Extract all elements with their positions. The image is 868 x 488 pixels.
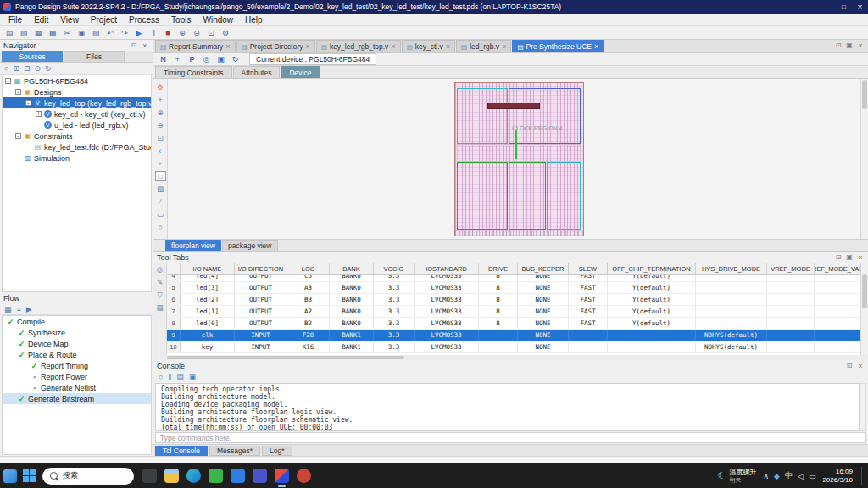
io-table-row[interactable]: 7 led[1] OUTPUT A2 BANK0 3.3 LVCMOS33 8 … <box>167 306 860 318</box>
menu-item[interactable]: Edit <box>28 15 54 25</box>
cut-icon[interactable]: ✂ <box>61 27 73 38</box>
zoom-out-icon[interactable]: ⊖ <box>191 27 203 38</box>
open-project-icon[interactable]: ▧ <box>18 27 30 38</box>
taskbar-search[interactable]: 搜索 <box>42 468 134 485</box>
app-icon-red[interactable] <box>297 469 311 483</box>
zoom-out-icon[interactable]: ⊖ <box>155 120 166 130</box>
tray-app-icon[interactable]: ◆ <box>774 472 780 480</box>
filter-icon[interactable]: ▽ <box>157 291 163 299</box>
console-scrollbar[interactable] <box>860 383 866 431</box>
tree-item-device[interactable]: - ▦ PGL50H-6FBG484 <box>3 75 151 86</box>
tab-sources[interactable]: Sources <box>2 51 63 62</box>
float-panel-icon[interactable] <box>130 42 138 50</box>
column-header[interactable]: IOSTANDARD <box>415 263 479 274</box>
column-header[interactable]: DRIVE <box>479 263 518 274</box>
tab-timing-constraints[interactable]: Timing Constraints <box>155 66 232 78</box>
tab-files[interactable]: Files <box>64 51 125 62</box>
copy-icon[interactable]: ▣ <box>75 27 87 38</box>
export-icon[interactable]: ▤ <box>176 373 184 381</box>
float-panel-icon[interactable] <box>834 253 843 262</box>
search-tool-icon[interactable]: ○ <box>155 222 166 232</box>
menu-item[interactable]: Window <box>197 15 239 25</box>
minimize-button[interactable] <box>820 0 836 14</box>
column-header[interactable]: VCCIO <box>374 263 415 274</box>
edit-icon[interactable]: ✎ <box>157 278 163 286</box>
save-view-icon[interactable]: ▣ <box>215 53 226 64</box>
tree-item-u-led[interactable]: V u_led - led (led_rgb.v) <box>3 119 151 130</box>
close-panel-icon[interactable] <box>856 362 865 370</box>
next-view-icon[interactable]: › <box>155 158 166 169</box>
canvas-scrollbar[interactable] <box>860 79 868 239</box>
save-all-icon[interactable]: ▩ <box>47 27 58 38</box>
tab-device[interactable]: Device <box>281 66 320 78</box>
tree-item-fdc[interactable]: ▤ key_led_test.fdc (D:/FPGA_Study/jichau… <box>3 141 151 152</box>
export-icon[interactable]: ▤ <box>156 303 163 312</box>
expander-icon[interactable]: - <box>5 78 11 84</box>
close-panel-icon[interactable] <box>856 253 865 262</box>
column-header[interactable]: VREF_MODE_VALU <box>815 263 860 274</box>
close-tab-icon[interactable] <box>306 42 310 51</box>
volume-icon[interactable]: ◁ <box>798 472 804 480</box>
prev-view-icon[interactable]: ‹ <box>155 146 166 156</box>
maximize-panel-icon[interactable] <box>845 253 854 262</box>
search-icon[interactable]: ○ <box>159 373 163 381</box>
tray-expand-icon[interactable]: ∧ <box>763 472 769 480</box>
column-header[interactable]: SLEW <box>569 263 608 274</box>
menu-item[interactable]: Help <box>239 15 269 25</box>
flow-item-place-route[interactable]: ✓ Place & Route <box>3 349 151 360</box>
refresh-icon[interactable]: ↻ <box>45 64 52 73</box>
floorplan-canvas[interactable]: CLOCK REGION 4 <box>168 79 860 239</box>
column-header[interactable]: I/O NAME <box>181 263 235 274</box>
column-header[interactable]: LOC <box>287 263 330 274</box>
expand-all-icon[interactable]: ⊞ <box>13 64 19 73</box>
io-table-row[interactable]: 5 led[3] OUTPUT A3 BANK0 3.3 LVCMOS33 8 … <box>167 282 860 294</box>
close-button[interactable] <box>852 0 868 14</box>
app-icon-indigo[interactable] <box>253 469 267 483</box>
console-input[interactable] <box>155 432 866 443</box>
stop-flow-icon[interactable]: ■ <box>162 27 174 38</box>
link-icon[interactable]: ⊙ <box>35 64 42 73</box>
table-scrollbar[interactable] <box>860 263 868 355</box>
tree-item-constraints[interactable]: - ▣ Constraints <box>3 130 151 141</box>
settings-icon[interactable]: ⚙ <box>220 27 231 38</box>
column-header[interactable]: BUS_KEEPER <box>518 263 569 274</box>
tab-key-ctl[interactable]: key_ctl.v <box>402 40 455 52</box>
redo-icon[interactable]: ↷ <box>119 27 131 38</box>
tab-attributes[interactable]: Attributes <box>233 66 281 78</box>
column-header[interactable]: OFF_CHIP_TERMINATION <box>608 263 696 274</box>
new-project-icon[interactable]: ▤ <box>3 27 15 38</box>
pan-icon[interactable]: + <box>172 53 183 64</box>
column-header[interactable]: I/O DIRECTION <box>235 263 287 274</box>
task-view-icon[interactable] <box>142 469 157 483</box>
tree-item-key-led-top[interactable]: - V key_led_top (key_led_rgb_top.v) <box>3 97 151 108</box>
suspend-icon[interactable]: ‖ <box>168 373 171 381</box>
run-flow-icon[interactable]: ▶ <box>133 27 145 38</box>
ime-icon[interactable]: 中 <box>785 470 793 481</box>
line-tool-icon[interactable]: ∕ <box>155 197 166 207</box>
close-panel-icon[interactable] <box>141 42 149 50</box>
flow-run-icon[interactable]: ▶ <box>26 305 32 313</box>
close-tab-icon[interactable] <box>594 42 598 51</box>
maximize-button[interactable] <box>836 0 852 14</box>
close-tab-icon[interactable] <box>225 42 230 51</box>
scrollbar-thumb[interactable] <box>167 356 404 359</box>
tab-floorplan-view[interactable]: floorplan view <box>165 240 221 251</box>
zoom-in-icon[interactable]: ⊕ <box>176 27 188 38</box>
flow-item-report-power[interactable]: ▪ Report Power <box>3 371 151 382</box>
weather-widget[interactable]: ☾ 温度骤升 明天 <box>718 469 757 484</box>
show-desktop-button[interactable] <box>861 467 865 485</box>
battery-icon[interactable]: ▭ <box>809 472 816 480</box>
flow-item-generate-bitstream[interactable]: ✓ Generate Bitstream <box>3 393 151 404</box>
flow-item-synthesize[interactable]: ✓ Synthesize <box>3 327 151 338</box>
wrench-icon[interactable]: ⚙ <box>155 82 166 92</box>
expander-icon[interactable]: - <box>25 100 31 106</box>
tab-tcl-console[interactable]: Tcl Console <box>155 446 208 456</box>
search-icon[interactable]: ○ <box>4 64 8 73</box>
tab-report-summary[interactable]: Report Summary <box>155 40 236 52</box>
save-icon[interactable]: ▦ <box>32 27 44 38</box>
tab-key-led-rgb-top[interactable]: key_led_rgb_top.v <box>316 40 401 52</box>
column-header[interactable]: HYS_DRIVE_MODE <box>696 263 767 274</box>
scrollbar-thumb[interactable] <box>862 80 867 109</box>
tree-item-designs[interactable]: - ▣ Designs <box>3 86 151 97</box>
locate-icon[interactable]: ◎ <box>201 53 212 64</box>
